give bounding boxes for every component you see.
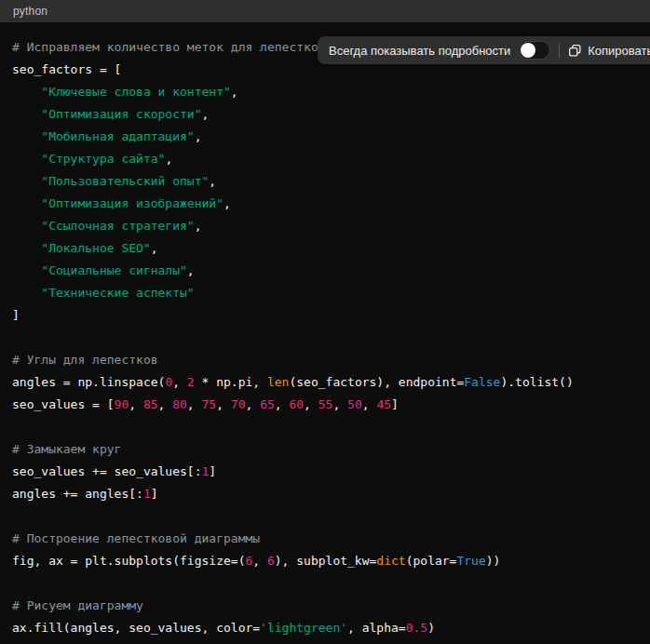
code-line: "Локальное SEO", <box>12 237 643 260</box>
floating-toolbar: Всегда показывать подробности Копировать… <box>318 36 650 64</box>
code-line: ax.fill(angles, seo_values, color='light… <box>12 617 643 639</box>
code-line: # Построение лепестковой диаграммы <box>12 528 643 550</box>
code-area: # Исправляем количество меток для лепест… <box>0 22 650 644</box>
toggle-knob <box>521 43 535 58</box>
language-label: python <box>13 5 47 18</box>
code-line: seo_values += seo_values[:1] <box>12 461 643 483</box>
code-line: "Мобильная адаптация", <box>12 126 643 148</box>
code-block-header: python <box>0 0 650 22</box>
code-line: "Структура сайта", <box>12 148 643 170</box>
code-line: "Ссылочная стратегия", <box>12 215 643 237</box>
always-show-details-label: Всегда показывать подробности <box>329 44 510 58</box>
code-line <box>12 327 643 349</box>
code-line <box>12 416 643 438</box>
code-line: # Замыкаем круг <box>12 438 643 461</box>
toolbar-divider <box>559 44 560 58</box>
code-line: seo_values = [90, 85, 80, 75, 70, 65, 60… <box>12 394 643 416</box>
code-line <box>12 572 643 595</box>
chat-code-block: python # Исправляем количество меток для… <box>0 0 650 644</box>
code-line: "Технические аспекты" <box>12 282 643 304</box>
code-line: # Рисуем диаграмму <box>12 595 643 617</box>
code-line: fig, ax = plt.subplots(figsize=(6, 6), s… <box>12 550 643 572</box>
copy-code-label: Копировать код <box>588 44 650 58</box>
details-toggle[interactable] <box>519 41 550 60</box>
code-line: "Ключевые слова и контент", <box>12 81 643 103</box>
code-line: "Пользовательский опыт", <box>12 170 643 193</box>
code-line: angles += angles[:1] <box>12 483 643 505</box>
code-line: "Оптимизация скорости", <box>12 103 643 126</box>
code-line: angles = np.linspace(0, 2 * np.pi, len(s… <box>12 371 643 394</box>
copy-code-button[interactable]: Копировать код <box>568 44 650 58</box>
code-line <box>12 505 643 528</box>
copy-icon <box>568 44 582 58</box>
code-line: # Углы для лепестков <box>12 349 643 371</box>
code-line: ] <box>12 304 643 327</box>
code-line: "Социальные сигналы", <box>12 260 643 282</box>
code-line: "Оптимизация изображений", <box>12 193 643 215</box>
